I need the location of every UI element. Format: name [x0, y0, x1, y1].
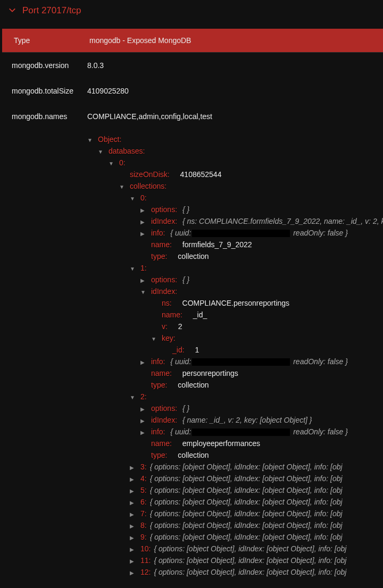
- toggle-icon[interactable]: [140, 427, 148, 438]
- tree-summary: { options: [object Object], idIndex: [ob…: [150, 521, 343, 530]
- tree-val: 2: [178, 322, 182, 331]
- port-title: Port 27017/tcp: [22, 5, 81, 16]
- tree-key: 3:: [140, 463, 147, 471]
- tree-summary: { name: _id_, v: 2, key: [object Object]…: [182, 416, 312, 424]
- tree-key: 7:: [140, 509, 147, 518]
- toggle-icon[interactable]: [130, 263, 137, 275]
- toggle-icon[interactable]: [130, 509, 137, 519]
- tree-summary: { options: [object Object], idIndex: [ob…: [150, 463, 343, 471]
- uuid-suffix: readOnly: false }: [291, 229, 348, 237]
- tree-key: collections:: [130, 182, 166, 190]
- tree-summary: { options: [object Object], idIndex: [ob…: [150, 474, 343, 483]
- tree-key: type:: [151, 381, 167, 389]
- tree-key: 10:: [140, 544, 151, 553]
- tree-val: collection: [178, 381, 209, 389]
- toggle-icon[interactable]: [130, 485, 137, 496]
- info-row-names: mongodb.names COMPLIANCE,admin,config,lo…: [0, 104, 383, 129]
- tree-key: 0:: [140, 194, 147, 202]
- port-header: Port 27017/tcp: [0, 0, 383, 29]
- uuid-prefix: { uuid:: [170, 427, 191, 436]
- tree-key: _id:: [172, 346, 185, 354]
- toggle-icon[interactable]: [130, 567, 137, 578]
- tree-val: _id_: [193, 310, 207, 319]
- tree-key: idIndex:: [151, 217, 177, 225]
- tree-summary: { }: [182, 205, 189, 214]
- info-val: mongodb - Exposed MongoDB: [89, 36, 191, 45]
- info-key: Type: [14, 36, 89, 45]
- tree-key: 4:: [140, 474, 147, 483]
- toggle-icon[interactable]: [140, 216, 148, 227]
- toggle-icon[interactable]: [130, 474, 137, 484]
- tree-key: info:: [151, 357, 165, 366]
- uuid-prefix: { uuid:: [170, 357, 191, 366]
- tree-key: name:: [151, 369, 172, 377]
- info-key: mongodb.version: [12, 61, 87, 70]
- tree-key: info:: [151, 229, 165, 237]
- toggle-icon[interactable]: [130, 462, 137, 473]
- tree-key: name:: [151, 240, 172, 249]
- toggle-icon[interactable]: [130, 497, 137, 508]
- toggle-icon[interactable]: [130, 520, 137, 531]
- redacted-uuid: [192, 230, 290, 237]
- toggle-icon[interactable]: [140, 228, 148, 239]
- toggle-icon[interactable]: [109, 158, 116, 170]
- info-row-totalsize: mongodb.totalSize 4109025280: [0, 78, 383, 104]
- tree-summary: { options: [object Object], idIndex: [ob…: [150, 498, 343, 506]
- redacted-uuid: [192, 358, 290, 366]
- tree-summary: { options: [object Object], idIndex: [ob…: [154, 568, 346, 576]
- toggle-icon[interactable]: [140, 205, 148, 215]
- toggle-icon[interactable]: [151, 333, 159, 345]
- tree-key: 5:: [140, 486, 147, 494]
- tree-key: name:: [151, 439, 172, 448]
- tree-summary: { }: [182, 275, 189, 284]
- tree-key: ns:: [162, 299, 172, 307]
- info-val: COMPLIANCE,admin,config,local,test: [87, 112, 212, 121]
- tree-val: collection: [178, 252, 209, 261]
- uuid-prefix: { uuid:: [170, 229, 191, 237]
- toggle-icon[interactable]: [140, 275, 148, 285]
- info-val: 8.0.3: [87, 61, 104, 70]
- tree-key: options:: [151, 205, 177, 214]
- tree-summary: { options: [object Object], idIndex: [ob…: [154, 556, 346, 565]
- tree-val: collection: [178, 451, 209, 459]
- toggle-icon[interactable]: [130, 193, 137, 205]
- chevron-down-icon[interactable]: [9, 6, 16, 15]
- toggle-icon[interactable]: [130, 544, 137, 555]
- toggle-icon[interactable]: [140, 415, 148, 426]
- info-row-type: Type mongodb - Exposed MongoDB: [2, 29, 383, 53]
- toggle-icon[interactable]: [140, 357, 148, 367]
- toggle-icon[interactable]: [140, 287, 148, 298]
- tree-key: 6:: [140, 498, 147, 506]
- json-tree: Object: databases: 0: sizeOnDisk: 410865…: [0, 129, 383, 578]
- tree-key: 11:: [140, 556, 151, 565]
- tree-key: name:: [162, 310, 182, 319]
- tree-key: info:: [151, 427, 165, 436]
- tree-val: personreportings: [182, 369, 238, 377]
- tree-key: v:: [162, 322, 168, 331]
- toggle-icon[interactable]: [87, 135, 95, 146]
- toggle-icon[interactable]: [130, 392, 137, 404]
- tree-key: type:: [151, 252, 167, 261]
- tree-key: options:: [151, 404, 177, 413]
- tree-key: options:: [151, 275, 177, 284]
- tree-val: 1: [195, 346, 199, 354]
- tree-summary: { ns: COMPLIANCE.formfields_7_9_2022, na…: [182, 217, 383, 225]
- tree-key: sizeOnDisk:: [130, 170, 170, 179]
- toggle-icon[interactable]: [130, 556, 137, 566]
- toggle-icon[interactable]: [119, 181, 127, 193]
- tree-key: 12:: [140, 568, 151, 576]
- info-val: 4109025280: [87, 87, 129, 95]
- toggle-icon[interactable]: [130, 532, 137, 543]
- tree-key: 9:: [140, 533, 147, 541]
- tree-key: 1:: [140, 264, 147, 272]
- tree-key: idIndex:: [151, 287, 177, 296]
- tree-summary: { uuid: readOnly: false }: [170, 357, 348, 366]
- uuid-suffix: readOnly: false }: [291, 427, 348, 436]
- toggle-icon[interactable]: [98, 146, 105, 158]
- tree-summary: { uuid: readOnly: false }: [170, 427, 348, 436]
- toggle-icon[interactable]: [140, 404, 148, 414]
- tree-key: 8:: [140, 521, 147, 530]
- tree-summary: { options: [object Object], idIndex: [ob…: [154, 544, 346, 553]
- redacted-uuid: [192, 429, 290, 436]
- tree-key: idIndex:: [151, 416, 177, 424]
